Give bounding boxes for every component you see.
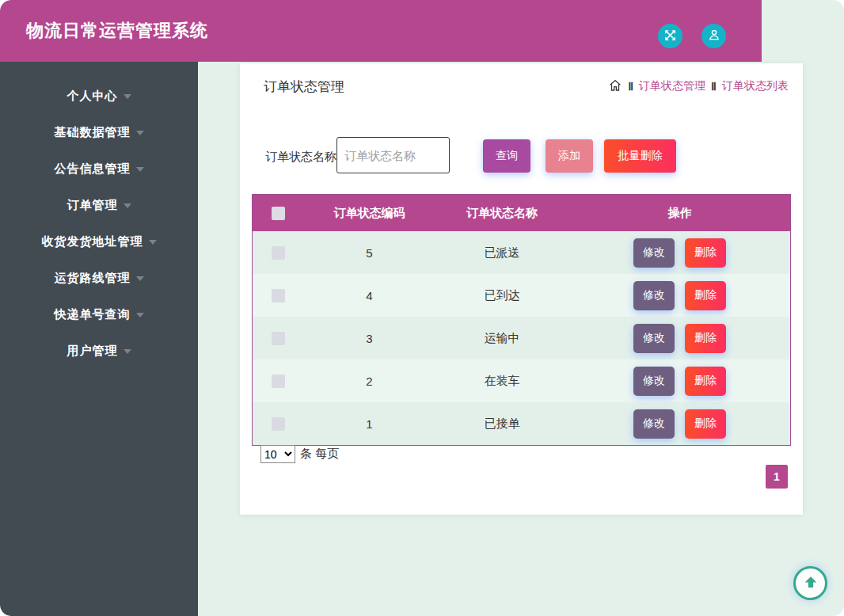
delete-button[interactable]: 删除 (685, 409, 726, 439)
page-size-control: 10 条 每页 (260, 445, 339, 463)
sidebar-item-label: 运货路线管理 (55, 271, 131, 286)
row-checkbox[interactable] (272, 417, 285, 431)
chevron-down-icon (136, 276, 144, 281)
cell-status-code: 1 (304, 417, 435, 431)
batch-delete-button[interactable]: 批量删除 (604, 139, 676, 173)
sidebar-item-personal-center[interactable]: 个人中心 (0, 78, 198, 114)
home-icon[interactable] (608, 78, 622, 95)
edit-button[interactable]: 修改 (633, 324, 675, 353)
pagination-page-1[interactable]: 1 (766, 465, 788, 489)
sidebar-item-label: 快递单号查询 (55, 307, 131, 322)
cell-status-name: 在装车 (435, 374, 569, 389)
card-header: 订单状态管理 Ⅱ 订单状态管理 Ⅱ 订单状态列表 (240, 63, 803, 109)
row-checkbox[interactable] (272, 332, 285, 345)
page-title: 订单状态管理 (264, 78, 344, 96)
chevron-down-icon (124, 203, 131, 208)
query-button[interactable]: 查询 (483, 139, 530, 173)
sidebar-item-label: 收货发货地址管理 (42, 234, 143, 249)
sidebar-item-orders[interactable]: 订单管理 (0, 187, 198, 223)
cell-status-name: 已到达 (435, 288, 569, 303)
edit-button[interactable]: 修改 (633, 409, 675, 439)
table-header-row: 订单状态编码 订单状态名称 操作 (253, 195, 790, 231)
table-row: 5 已派送 修改 删除 (253, 231, 790, 274)
chevron-down-icon (136, 313, 144, 318)
chevron-down-icon (136, 167, 144, 172)
breadcrumb: Ⅱ 订单状态管理 Ⅱ 订单状态列表 (608, 78, 789, 95)
per-page-label: 条 每页 (300, 447, 339, 462)
edit-button[interactable]: 修改 (633, 367, 675, 396)
row-checkbox[interactable] (272, 289, 285, 302)
chevron-down-icon (124, 349, 131, 354)
cell-status-code: 4 (304, 289, 435, 302)
delete-button[interactable]: 删除 (685, 367, 726, 396)
sidebar-item-users[interactable]: 用户管理 (0, 333, 198, 369)
arrow-up-icon (802, 573, 819, 593)
sidebar-item-label: 订单管理 (67, 198, 118, 213)
column-header-code: 订单状态编码 (304, 206, 435, 221)
cell-status-name: 已接单 (435, 416, 569, 432)
delete-button[interactable]: 删除 (685, 324, 726, 353)
fullscreen-icon (663, 29, 677, 44)
sidebar-item-routes[interactable]: 运货路线管理 (0, 260, 198, 296)
cell-status-name: 已派送 (435, 245, 569, 260)
column-header-name: 订单状态名称 (435, 206, 569, 221)
delete-button[interactable]: 删除 (685, 238, 726, 268)
sidebar-item-label: 公告信息管理 (55, 162, 131, 177)
breadcrumb-separator: Ⅱ (628, 80, 633, 93)
breadcrumb-separator: Ⅱ (711, 80, 717, 93)
add-button[interactable]: 添加 (546, 139, 593, 173)
cell-status-code: 3 (304, 332, 435, 345)
sidebar-item-addresses[interactable]: 收货发货地址管理 (0, 223, 198, 260)
top-header: 物流日常运营管理系统 (0, 0, 762, 62)
breadcrumb-link-status-list[interactable]: 订单状态列表 (722, 79, 789, 93)
row-checkbox[interactable] (272, 246, 285, 260)
table-row: 2 在装车 修改 删除 (253, 359, 790, 402)
column-header-ops: 操作 (569, 206, 790, 221)
fullscreen-button[interactable] (658, 24, 682, 48)
table-row: 1 已接单 修改 删除 (253, 402, 790, 445)
user-icon (707, 28, 721, 44)
order-status-table: 订单状态编码 订单状态名称 操作 5 已派送 修改 删除 4 已到达 修改 (252, 194, 791, 446)
chevron-down-icon (136, 131, 144, 135)
back-to-top-button[interactable] (793, 566, 827, 600)
cell-status-name: 运输中 (435, 331, 569, 346)
cell-status-code: 5 (304, 246, 435, 260)
breadcrumb-link-status-management[interactable]: 订单状态管理 (639, 79, 705, 93)
content-card: 订单状态管理 Ⅱ 订单状态管理 Ⅱ 订单状态列表 订单状态名称 查询 添加 批量… (240, 63, 803, 515)
select-all-checkbox[interactable] (272, 207, 285, 220)
edit-button[interactable]: 修改 (633, 281, 675, 310)
search-input[interactable] (336, 137, 450, 173)
sidebar-item-label: 用户管理 (67, 344, 118, 359)
user-button[interactable] (701, 24, 726, 48)
app-title: 物流日常运营管理系统 (26, 19, 208, 43)
sidebar: 个人中心 基础数据管理 公告信息管理 订单管理 收货发货地址管理 运货路线管理 … (0, 62, 198, 616)
sidebar-item-tracking[interactable]: 快递单号查询 (0, 296, 198, 333)
edit-button[interactable]: 修改 (633, 238, 675, 268)
sidebar-item-basic-data[interactable]: 基础数据管理 (0, 114, 198, 150)
chevron-down-icon (124, 94, 131, 99)
table-row: 3 运输中 修改 删除 (253, 317, 790, 359)
delete-button[interactable]: 删除 (685, 281, 726, 310)
page-size-select[interactable]: 10 (260, 445, 295, 463)
chevron-down-icon (149, 240, 157, 245)
sidebar-item-label: 基础数据管理 (55, 125, 131, 140)
sidebar-item-announcements[interactable]: 公告信息管理 (0, 150, 198, 187)
cell-status-code: 2 (304, 375, 435, 388)
app-window: 物流日常运营管理系统 个人中心 (0, 0, 844, 616)
table-row: 4 已到达 修改 删除 (253, 274, 790, 317)
search-label: 订单状态名称 (265, 150, 336, 165)
row-checkbox[interactable] (272, 375, 285, 388)
sidebar-item-label: 个人中心 (67, 89, 118, 104)
